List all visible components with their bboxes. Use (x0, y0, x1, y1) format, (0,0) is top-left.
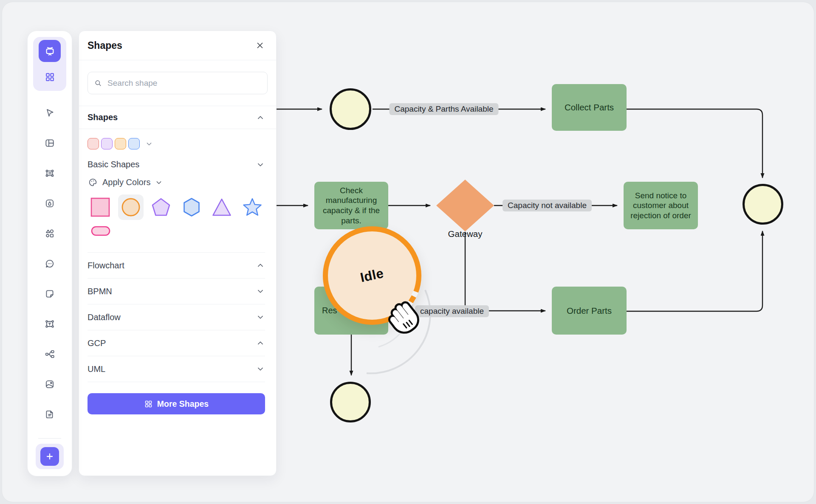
chevron-down-icon[interactable] (155, 178, 163, 187)
toolbar-icons (39, 102, 61, 425)
gateway-label: Gateway (448, 229, 483, 239)
chevron-up-icon[interactable] (256, 113, 265, 122)
search-icon (94, 79, 102, 88)
start-event-circle[interactable] (330, 88, 371, 130)
board-icon (44, 45, 56, 57)
selection-frame-button[interactable] (39, 162, 61, 184)
swatch-red[interactable] (88, 138, 99, 149)
pentagon-shape-icon (151, 197, 171, 217)
more-shapes-button[interactable]: More Shapes (88, 393, 265, 414)
search-row (79, 60, 276, 106)
apply-colors-control[interactable]: Apply Colors (88, 177, 265, 188)
idle-circle-dragged[interactable]: Idle (323, 226, 421, 325)
search-box[interactable] (88, 72, 268, 94)
text-frame-button[interactable] (39, 313, 61, 335)
basic-shapes-header[interactable]: Basic Shapes (88, 160, 265, 169)
document-button[interactable] (39, 403, 61, 425)
category-label: Dataflow (88, 313, 121, 322)
edge-label-capacity-parths-available[interactable]: Capacity & Parths Available (389, 103, 498, 115)
category-list: Flowchart BPMN Dataflow (88, 252, 265, 382)
idle-label: Idle (359, 266, 385, 286)
text-frame-icon (44, 318, 55, 329)
shape-item-square[interactable] (88, 194, 113, 220)
task-collect-parts[interactable]: Collect Parts (552, 84, 627, 131)
shape-item-hexagon[interactable] (179, 194, 204, 220)
category-dataflow[interactable]: Dataflow (88, 304, 265, 330)
shape-item-triangle[interactable] (209, 194, 234, 220)
shape-item-circle[interactable] (118, 194, 144, 220)
task-order-parts[interactable]: Order Parts (552, 287, 627, 335)
swatch-orange[interactable] (115, 138, 126, 149)
sticky-note-button[interactable] (39, 283, 61, 305)
chevron-down-icon[interactable] (256, 160, 265, 169)
basic-shapes-label: Basic Shapes (88, 160, 139, 169)
category-flowchart[interactable]: Flowchart (88, 252, 265, 279)
swatch-purple[interactable] (101, 138, 113, 149)
chevron-down-icon[interactable] (256, 313, 265, 322)
ink-shape-button[interactable] (39, 192, 61, 214)
category-uml[interactable]: UML (88, 356, 265, 382)
cursor-icon (44, 107, 55, 118)
category-label: GCP (88, 338, 106, 348)
toolbar-top-group (33, 37, 66, 91)
end-event-circle-bottom[interactable] (330, 382, 371, 422)
shape-item-star[interactable] (240, 194, 265, 220)
chevron-down-icon[interactable] (256, 364, 265, 374)
shape-item-rounded-rectangle[interactable] (91, 226, 265, 238)
section-shapes-label: Shapes (88, 113, 118, 122)
chevron-up-icon[interactable] (256, 261, 265, 270)
shape-item-grid (88, 194, 265, 220)
shapes-grid-icon (44, 71, 56, 83)
gateway-diamond[interactable] (436, 180, 494, 231)
selection-frame-icon (44, 168, 55, 179)
shapes-panel-body: Basic Shapes Apply Colors (79, 129, 276, 382)
panel-title: Shapes (88, 40, 122, 51)
task-check-capacity[interactable]: Check manufacturing capacity & if the pa… (314, 182, 388, 229)
mindmap-button[interactable] (39, 343, 61, 365)
swatch-blue[interactable] (128, 138, 140, 149)
cursor-button[interactable] (39, 102, 61, 124)
edge-label-capacity-available[interactable]: capacity available (415, 305, 489, 317)
mindmap-icon (44, 349, 55, 360)
app-window: Collect Parts Check manufacturing capaci… (0, 0, 816, 504)
apply-colors-label: Apply Colors (102, 177, 150, 187)
category-label: BPMN (88, 287, 112, 296)
category-gcp[interactable]: GCP (88, 330, 265, 356)
edge-label-capacity-not-available[interactable]: Capacity not available (503, 200, 592, 211)
category-label: Flowchart (88, 261, 124, 270)
image-button[interactable] (39, 373, 61, 395)
shapes-panel: Shapes Shapes (79, 31, 277, 476)
search-input[interactable] (107, 78, 261, 88)
shapes-grid-button[interactable] (39, 66, 61, 88)
comment-button[interactable] (39, 253, 61, 275)
task-label: Collect Parts (565, 102, 614, 113)
category-bpmn[interactable]: BPMN (88, 279, 265, 304)
sticky-note-icon (44, 288, 55, 299)
plus-icon (45, 451, 55, 462)
close-panel-button[interactable] (254, 39, 266, 51)
edge-order-to-end (627, 231, 762, 311)
toolbar-divider (38, 438, 61, 439)
task-label: Send notice to customer about rejection … (628, 191, 694, 221)
comment-icon (44, 258, 55, 269)
document-icon (44, 409, 55, 420)
layout-icon (44, 138, 55, 149)
add-button[interactable] (40, 447, 59, 466)
add-button-group (36, 444, 64, 469)
chevron-down-icon[interactable] (145, 140, 153, 148)
image-icon (44, 379, 55, 390)
board-button[interactable] (39, 40, 61, 62)
chevron-up-icon[interactable] (256, 338, 265, 348)
section-shapes[interactable]: Shapes (79, 106, 276, 129)
end-event-circle-right[interactable] (743, 184, 783, 225)
color-swatch-row (88, 138, 265, 149)
shape-item-pentagon[interactable] (148, 194, 174, 220)
rounded-rect-shape-icon (91, 226, 110, 236)
task-send-notice[interactable]: Send notice to customer about rejection … (624, 182, 698, 229)
shapes-grid-icon (144, 400, 153, 408)
layout-button[interactable] (39, 132, 61, 154)
shapes-button[interactable] (39, 222, 61, 245)
edge-collect-to-end (627, 109, 762, 178)
chevron-down-icon[interactable] (256, 287, 265, 296)
canvas-surface[interactable]: Collect Parts Check manufacturing capaci… (2, 2, 814, 502)
